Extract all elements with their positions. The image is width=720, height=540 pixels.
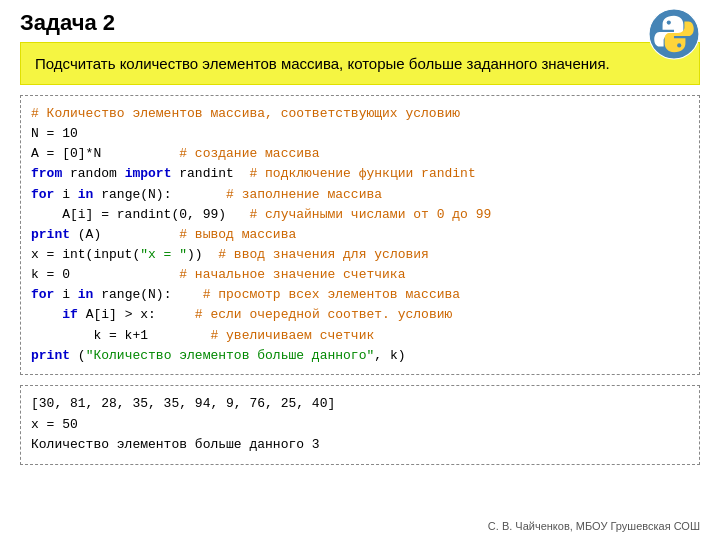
footer-text: С. В. Чайченков, МБОУ Грушевская СОШ (488, 520, 700, 532)
output-line-3: Количество элементов больше данного 3 (31, 435, 689, 456)
svg-point-2 (677, 43, 681, 47)
python-logo (648, 8, 700, 60)
page-title: Задача 2 (0, 0, 720, 42)
code-line-1: # Количество элементов массива, соответс… (31, 104, 689, 124)
code-line-6: A[i] = randint(0, 99) # случайными числа… (31, 205, 689, 225)
code-line-5: for i in range(N): # заполнение массива (31, 185, 689, 205)
code-line-4: from random import randint # подключение… (31, 164, 689, 184)
code-block: # Количество элементов массива, соответс… (20, 95, 700, 375)
code-line-7: print (A) # вывод массива (31, 225, 689, 245)
code-line-11: if A[i] > x: # если очередной соответ. у… (31, 305, 689, 325)
task-description: Подсчитать количество элементов массива,… (20, 42, 700, 85)
code-line-12: k = k+1 # увеличиваем счетчик (31, 326, 689, 346)
output-line-2: x = 50 (31, 415, 689, 436)
code-line-3: A = [0]*N # создание массива (31, 144, 689, 164)
code-line-2: N = 10 (31, 124, 689, 144)
code-line-13: print ("Количество элементов больше данн… (31, 346, 689, 366)
code-line-10: for i in range(N): # просмотр всех элеме… (31, 285, 689, 305)
output-block: [30, 81, 28, 35, 35, 94, 9, 76, 25, 40] … (20, 385, 700, 465)
code-line-8: x = int(input("x = ")) # ввод значения д… (31, 245, 689, 265)
code-line-9: k = 0 # начальное значение счетчика (31, 265, 689, 285)
svg-point-1 (667, 20, 671, 24)
output-line-1: [30, 81, 28, 35, 35, 94, 9, 76, 25, 40] (31, 394, 689, 415)
